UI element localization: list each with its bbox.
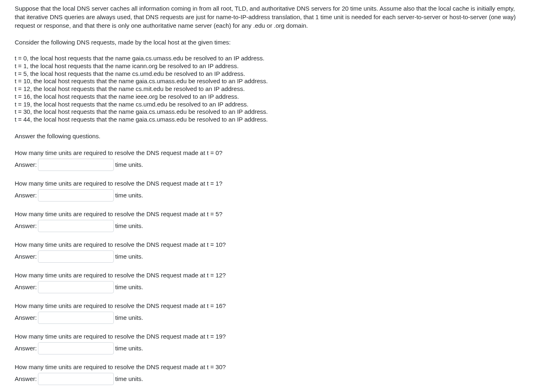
question-text: How many time units are required to reso… <box>15 179 526 188</box>
answer-line: Answer:time units. <box>15 373 526 385</box>
answer-line: Answer:time units. <box>15 189 526 202</box>
requests-intro: Consider the following DNS requests, mad… <box>15 38 526 47</box>
request-item: t = 30, the local host requests that the… <box>15 108 526 116</box>
answer-units: time units. <box>115 191 143 199</box>
question-block: How many time units are required to reso… <box>15 301 526 324</box>
answer-line: Answer:time units. <box>15 281 526 293</box>
question-block: How many time units are required to reso… <box>15 363 526 385</box>
answer-units: time units. <box>115 283 143 291</box>
request-item: t = 16, the local host requests that the… <box>15 93 526 101</box>
question-block: How many time units are required to reso… <box>15 271 526 293</box>
answer-input[interactable] <box>38 342 114 354</box>
request-item: t = 1, the local host requests that the … <box>15 62 526 70</box>
request-item: t = 19, the local host requests that the… <box>15 101 526 109</box>
answer-label: Answer: <box>15 160 37 169</box>
answer-input[interactable] <box>38 189 114 202</box>
answer-units: time units. <box>115 160 143 169</box>
request-item: t = 10, the local host requests that the… <box>15 78 526 85</box>
answer-label: Answer: <box>15 344 37 352</box>
answer-label: Answer: <box>15 374 37 383</box>
question-text: How many time units are required to reso… <box>15 301 526 310</box>
question-text: How many time units are required to reso… <box>15 332 526 341</box>
answer-units: time units. <box>115 344 143 352</box>
question-text: How many time units are required to reso… <box>15 240 526 249</box>
request-item: t = 12, the local host requests that the… <box>15 85 526 93</box>
request-item: t = 5, the local host requests that the … <box>15 70 526 78</box>
answer-line: Answer:time units. <box>15 250 526 263</box>
answer-label: Answer: <box>15 252 37 261</box>
request-item: t = 44, the local host requests that the… <box>15 116 526 124</box>
request-item: t = 0, the local host requests that the … <box>15 55 526 62</box>
question-text: How many time units are required to reso… <box>15 210 526 218</box>
intro-paragraph: Suppose that the local DNS server caches… <box>15 4 526 30</box>
question-block: How many time units are required to reso… <box>15 148 526 171</box>
answer-input[interactable] <box>38 159 114 171</box>
answer-label: Answer: <box>15 313 37 322</box>
question-text: How many time units are required to reso… <box>15 363 526 371</box>
answer-input[interactable] <box>38 281 114 293</box>
question-text: How many time units are required to reso… <box>15 148 526 157</box>
answer-label: Answer: <box>15 191 37 199</box>
question-block: How many time units are required to reso… <box>15 240 526 263</box>
answer-units: time units. <box>115 313 143 322</box>
answer-input[interactable] <box>38 220 114 232</box>
answer-line: Answer:time units. <box>15 342 526 354</box>
answer-line: Answer:time units. <box>15 159 526 171</box>
question-text: How many time units are required to reso… <box>15 271 526 279</box>
answer-line: Answer:time units. <box>15 220 526 232</box>
answer-label: Answer: <box>15 283 37 291</box>
answer-units: time units. <box>115 374 143 383</box>
question-block: How many time units are required to reso… <box>15 332 526 354</box>
answer-label: Answer: <box>15 221 37 230</box>
answer-line: Answer:time units. <box>15 312 526 324</box>
question-block: How many time units are required to reso… <box>15 210 526 232</box>
answer-input[interactable] <box>38 312 114 324</box>
answer-input[interactable] <box>38 250 114 263</box>
answer-units: time units. <box>115 252 143 261</box>
instruction-text: Answer the following questions. <box>15 132 526 140</box>
request-list: t = 0, the local host requests that the … <box>15 55 526 124</box>
answer-input[interactable] <box>38 373 114 385</box>
question-block: How many time units are required to reso… <box>15 179 526 202</box>
answer-units: time units. <box>115 221 143 230</box>
